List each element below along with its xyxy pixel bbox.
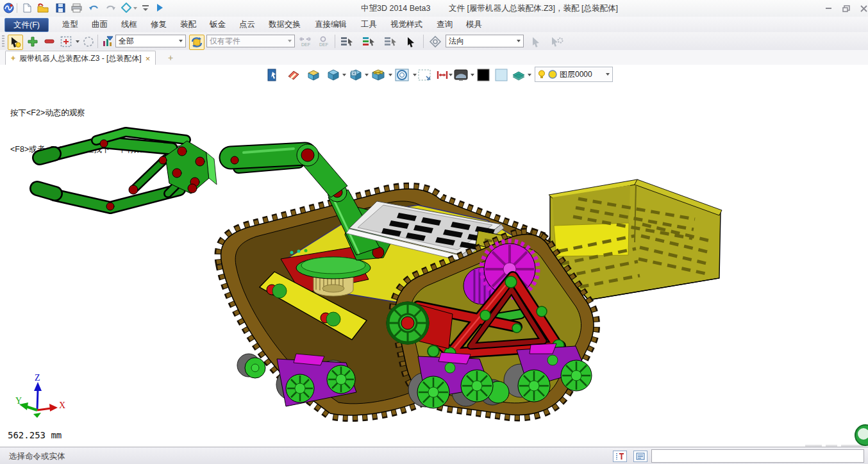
minimize-button[interactable]: [822, 4, 835, 13]
new-document-icon[interactable]: [21, 2, 33, 13]
graphics-viewport[interactable]: 图层0000 按下<F2>动态的观察 <F8>或者<Shift-roll> 查找…: [0, 65, 868, 447]
entity-scope-combobox[interactable]: 仅有零件: [206, 35, 295, 47]
tab-pointcloud[interactable]: 点云: [231, 18, 263, 31]
axis-z-label: Z: [35, 373, 40, 383]
status-bar: 选择命令或实体: [0, 447, 868, 464]
navigate-caret-icon[interactable]: [133, 7, 137, 10]
menu-bar: 文件(F) 造型 曲面 线框 修复 装配 钣金 点云 数据交换 直接编辑 工具 …: [0, 17, 868, 33]
document-title: 文件 [履带机器人总装配体.Z3]，装配 [总装配体]: [449, 3, 618, 14]
tab-visualstyle[interactable]: 视觉样式: [382, 18, 431, 31]
filter-icon[interactable]: [101, 35, 115, 49]
app-logo-icon: [3, 2, 14, 13]
titlebar-separator: [17, 3, 17, 13]
pick-settings-cursor-icon[interactable]: [550, 35, 564, 49]
tab-tools[interactable]: 工具: [353, 18, 385, 31]
entity-scope-value: 仅有零件: [210, 36, 240, 47]
print-icon[interactable]: [71, 2, 82, 13]
pick-box-caret-icon[interactable]: [76, 40, 79, 43]
pick-scope-icon[interactable]: [189, 35, 204, 50]
snap-def2-icon[interactable]: DEF: [316, 35, 330, 49]
lasso-select-icon[interactable]: [81, 35, 96, 49]
input-prompt-icon[interactable]: [613, 451, 627, 462]
tab-file[interactable]: 文件(F): [4, 18, 49, 32]
pick-from-list-icon[interactable]: [340, 35, 354, 49]
axis-x-label: X: [59, 401, 65, 410]
pick-from-list-color-icon[interactable]: [362, 35, 376, 49]
toolbar-separator: [423, 35, 424, 48]
orientation-value: 法向: [449, 36, 464, 47]
play-icon[interactable]: [154, 2, 165, 13]
tab-shape[interactable]: 造型: [54, 18, 87, 31]
status-message: 选择命令或实体: [9, 451, 65, 462]
gripper-claw[interactable]: [37, 132, 217, 210]
tab-repair[interactable]: 修复: [142, 18, 175, 31]
reorient-icon[interactable]: [428, 35, 442, 49]
tab-sheetmetal[interactable]: 钣金: [201, 18, 234, 31]
pick-box-icon[interactable]: [59, 35, 73, 49]
snap-def-icon[interactable]: DEF: [298, 35, 312, 49]
filter-type-value: 全部: [119, 36, 134, 47]
tab-close-icon[interactable]: ×: [146, 54, 151, 63]
customize-quickbar-icon[interactable]: [140, 2, 151, 13]
orientation-combobox[interactable]: 法向: [446, 35, 524, 47]
pick-cursor-icon[interactable]: [8, 35, 23, 50]
redo-icon[interactable]: [104, 2, 116, 13]
save-icon[interactable]: [54, 2, 66, 13]
coordinate-readout: 562.253 mm: [8, 430, 62, 440]
add-select-icon[interactable]: [26, 35, 40, 49]
document-tab-bar: + 履带机器人总装配体.Z3 - [总装配体] × +: [0, 50, 868, 65]
filter-type-combobox[interactable]: 全部: [115, 35, 186, 47]
app-title: 中望3D 2014 Beta3: [361, 3, 430, 14]
view-navigate-icon[interactable]: [121, 2, 132, 13]
tab-wireframe[interactable]: 线框: [113, 18, 146, 31]
tab-surface[interactable]: 曲面: [83, 18, 116, 31]
tab-menu-icon[interactable]: +: [11, 54, 15, 63]
pick-last-icon[interactable]: [383, 35, 397, 49]
document-tab[interactable]: + 履带机器人总装配体.Z3 - [总装配体] ×: [5, 51, 156, 65]
status-input-field[interactable]: [651, 449, 864, 463]
open-file-icon[interactable]: [37, 2, 49, 13]
command-log-icon[interactable]: [633, 451, 647, 462]
assembly-3d-model[interactable]: Z X Y: [0, 65, 868, 447]
pick-filter-cursor-icon[interactable]: [530, 35, 544, 49]
document-tab-label: 履带机器人总装配体.Z3 - [总装配体]: [19, 53, 142, 64]
axis-y-label: Y: [15, 396, 22, 406]
tab-assembly[interactable]: 装配: [172, 18, 204, 31]
pick-all-cursor-icon[interactable]: [404, 35, 418, 49]
undo-icon[interactable]: [88, 2, 99, 13]
toolbar-grip[interactable]: [2, 35, 4, 47]
axis-triad: Z X Y: [15, 373, 65, 418]
title-bar: 中望3D 2014 Beta3 文件 [履带机器人总装配体.Z3]，装配 [总装…: [0, 0, 868, 17]
toolbar-separator: [335, 35, 335, 48]
remove-select-icon[interactable]: [42, 35, 56, 49]
svg-text:DEF: DEF: [319, 42, 328, 47]
restore-button[interactable]: [840, 4, 853, 13]
tab-inquire[interactable]: 查询: [428, 18, 461, 31]
svg-text:DEF: DEF: [301, 42, 310, 47]
tab-dataexchange[interactable]: 数据交换: [260, 18, 309, 31]
new-tab-icon[interactable]: +: [168, 53, 173, 63]
tab-directedit[interactable]: 直接编辑: [306, 18, 355, 31]
toolbar-separator: [97, 35, 98, 48]
assistant-badge[interactable]: [855, 425, 868, 445]
close-button[interactable]: [857, 4, 868, 13]
tab-mold[interactable]: 模具: [458, 18, 490, 31]
app-window: 中望3D 2014 Beta3 文件 [履带机器人总装配体.Z3]，装配 [总装…: [0, 0, 868, 464]
